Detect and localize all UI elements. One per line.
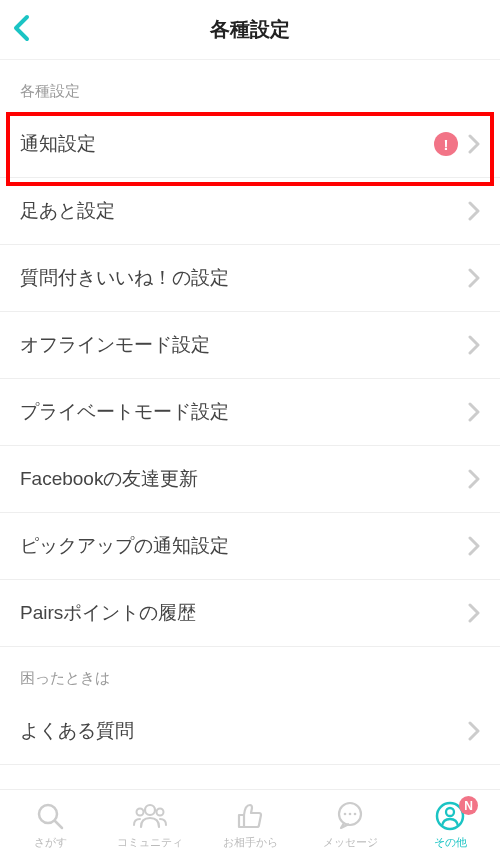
chevron-right-icon	[468, 536, 480, 556]
content: 各種設定 通知設定 ! 足あと設定 質問付きいいね！の設定 オフラインモード設定…	[0, 60, 500, 789]
list-item-label: Pairsポイントの履歴	[20, 600, 468, 626]
svg-point-3	[137, 809, 144, 816]
settings-item-private-mode[interactable]: プライベートモード設定	[0, 379, 500, 446]
chevron-right-icon	[468, 134, 480, 154]
svg-line-1	[55, 821, 62, 828]
chevron-left-icon	[12, 14, 30, 42]
list-item-label: 質問付きいいね！の設定	[20, 265, 468, 291]
list-item-label: オフラインモード設定	[20, 332, 468, 358]
settings-item-offline-mode[interactable]: オフラインモード設定	[0, 312, 500, 379]
alert-icon: !	[434, 132, 458, 156]
chevron-right-icon	[468, 335, 480, 355]
list-item-label: ピックアップの通知設定	[20, 533, 468, 559]
chevron-right-icon	[468, 201, 480, 221]
page-title: 各種設定	[210, 16, 290, 43]
list-item-label: Facebookの友達更新	[20, 466, 468, 492]
settings-item-notification[interactable]: 通知設定 !	[0, 111, 500, 178]
back-button[interactable]	[12, 14, 30, 46]
search-icon	[35, 801, 65, 831]
tab-message[interactable]: メッセージ	[300, 790, 400, 861]
tab-community[interactable]: コミュニティ	[100, 790, 200, 861]
notification-badge: N	[459, 796, 478, 815]
community-icon	[133, 801, 167, 831]
settings-item-footprint[interactable]: 足あと設定	[0, 178, 500, 245]
svg-point-6	[344, 813, 347, 816]
tab-label: さがす	[34, 835, 67, 850]
chevron-right-icon	[468, 268, 480, 288]
tab-from-partner[interactable]: お相手から	[200, 790, 300, 861]
tab-label: その他	[434, 835, 467, 850]
help-item-faq[interactable]: よくある質問	[0, 698, 500, 765]
list-item-label: プライベートモード設定	[20, 399, 468, 425]
message-icon	[335, 801, 365, 831]
tab-label: コミュニティ	[117, 835, 183, 850]
svg-point-7	[349, 813, 352, 816]
settings-item-pairs-points[interactable]: Pairsポイントの履歴	[0, 580, 500, 647]
svg-point-2	[145, 805, 155, 815]
chevron-right-icon	[468, 469, 480, 489]
tabbar: さがす コミュニティ お相手から メッセージ	[0, 789, 500, 861]
tab-other[interactable]: N その他	[400, 790, 500, 861]
settings-item-facebook-friends[interactable]: Facebookの友達更新	[0, 446, 500, 513]
section-header-help: 困ったときは	[0, 647, 500, 698]
settings-item-question-like[interactable]: 質問付きいいね！の設定	[0, 245, 500, 312]
header: 各種設定	[0, 0, 500, 60]
list-item-label: 足あと設定	[20, 198, 468, 224]
chevron-right-icon	[468, 402, 480, 422]
chevron-right-icon	[468, 603, 480, 623]
settings-item-pickup-notification[interactable]: ピックアップの通知設定	[0, 513, 500, 580]
tab-label: メッセージ	[323, 835, 378, 850]
chevron-right-icon	[468, 721, 480, 741]
list-item-label: よくある質問	[20, 718, 468, 744]
tab-search[interactable]: さがす	[0, 790, 100, 861]
thumbs-up-icon	[235, 801, 265, 831]
tab-label: お相手から	[223, 835, 278, 850]
list-item-label: 通知設定	[20, 131, 434, 157]
svg-point-8	[354, 813, 357, 816]
section-header-settings: 各種設定	[0, 60, 500, 111]
svg-point-10	[446, 808, 454, 816]
svg-point-4	[157, 809, 164, 816]
